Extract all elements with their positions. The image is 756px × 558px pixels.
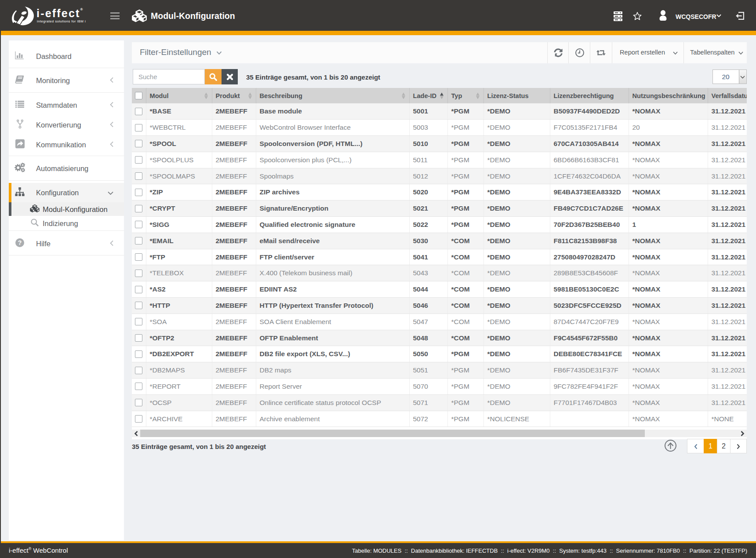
svg-text:?: ? [18,239,22,246]
